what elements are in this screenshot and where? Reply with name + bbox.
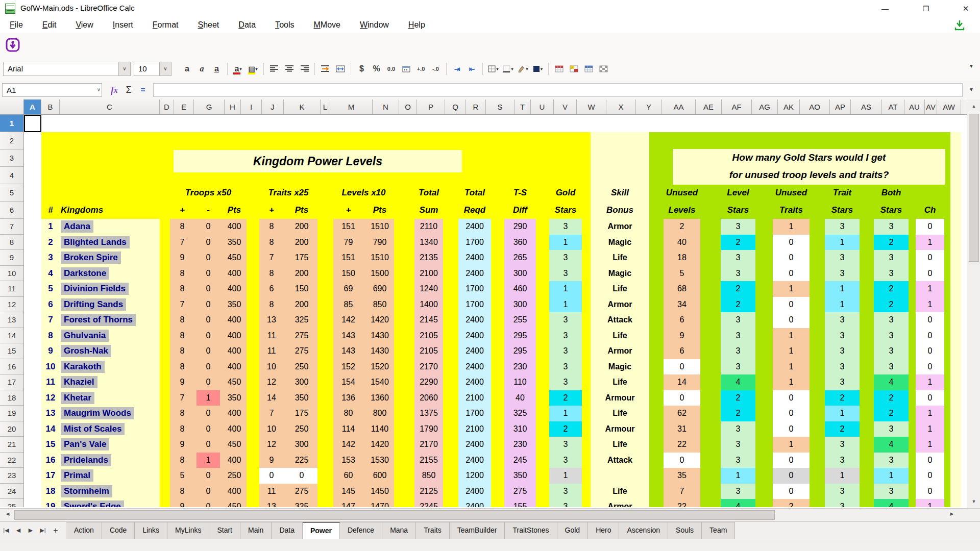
cell-jpt[interactable]: 350 bbox=[286, 390, 317, 406]
cell-jp[interactable]: 8 bbox=[259, 219, 284, 235]
cell-reqd[interactable]: 2400 bbox=[458, 484, 491, 499]
cell-reqd[interactable]: 2100 bbox=[458, 390, 491, 406]
cell-tm[interactable]: 0 bbox=[197, 437, 220, 453]
menu-data[interactable]: Data bbox=[229, 17, 265, 33]
cell-ut[interactable]: 0 bbox=[773, 421, 810, 437]
menu-window[interactable]: Window bbox=[350, 17, 399, 33]
menu-format[interactable]: Format bbox=[143, 17, 188, 33]
kingdom-name[interactable]: Primal bbox=[61, 469, 93, 482]
cell-tpt[interactable]: 350 bbox=[222, 390, 247, 406]
cell-reqd[interactable]: 1700 bbox=[458, 281, 491, 297]
cell-jp[interactable]: 11 bbox=[259, 328, 284, 344]
row-header-9[interactable]: 9 bbox=[0, 250, 23, 266]
cell-gold[interactable]: 3 bbox=[549, 328, 582, 344]
row-header-5[interactable]: 5 bbox=[0, 184, 23, 202]
cell-lpt[interactable]: 1510 bbox=[365, 250, 394, 266]
cell-diff[interactable]: 300 bbox=[504, 266, 536, 282]
cell-lpt[interactable]: 1540 bbox=[365, 374, 394, 390]
kingdom-name[interactable]: Pridelands bbox=[61, 454, 111, 466]
cell-tpt[interactable]: 450 bbox=[222, 250, 247, 266]
cell-tm[interactable]: 0 bbox=[197, 219, 220, 235]
cell-sum[interactable]: 2060 bbox=[414, 390, 443, 406]
cell-tpt[interactable]: 350 bbox=[222, 297, 247, 313]
cell-ls[interactable]: 2 bbox=[721, 390, 755, 406]
cell-tpt[interactable]: 250 bbox=[222, 468, 247, 484]
cell-tm[interactable]: 0 bbox=[197, 359, 220, 375]
name-box[interactable]: A1 ∨ bbox=[2, 83, 102, 97]
cell-diff[interactable]: 325 bbox=[504, 406, 536, 421]
date-icon[interactable] bbox=[399, 62, 413, 76]
cell-tp[interactable]: 8 bbox=[170, 484, 194, 499]
cell-lpt[interactable]: 600 bbox=[365, 468, 394, 484]
cell-ut[interactable]: 1 bbox=[773, 219, 810, 235]
cell-bs[interactable]: 2 bbox=[874, 281, 909, 297]
scroll-left-icon[interactable]: ◀ bbox=[1, 507, 14, 520]
table-blue-icon[interactable] bbox=[582, 62, 596, 76]
cell-tpt[interactable]: 450 bbox=[222, 499, 247, 507]
vertical-scrollbar[interactable]: ▲ ▼ bbox=[967, 99, 980, 508]
add-decimal-icon[interactable]: +.0 bbox=[414, 62, 428, 76]
last-sheet-icon[interactable]: ▶| bbox=[37, 527, 49, 534]
row-header-8[interactable]: 8 bbox=[0, 235, 23, 251]
cell-jpt[interactable]: 200 bbox=[286, 297, 317, 313]
cell-bs[interactable]: 3 bbox=[874, 453, 909, 468]
cell-tpt[interactable]: 400 bbox=[222, 343, 247, 359]
cell-lpt[interactable]: 850 bbox=[365, 297, 394, 313]
cell-lp[interactable]: 142 bbox=[333, 312, 363, 328]
cell-jpt[interactable]: 175 bbox=[286, 406, 317, 421]
cell-jp[interactable]: 11 bbox=[259, 343, 284, 359]
cell-ch[interactable]: 1 bbox=[916, 406, 944, 421]
cell-gold[interactable]: 1 bbox=[549, 297, 582, 313]
italic-icon[interactable]: a bbox=[195, 62, 209, 76]
cell-gold[interactable]: 2 bbox=[549, 390, 582, 406]
cell-ul[interactable]: 62 bbox=[664, 406, 700, 421]
column-header-b[interactable]: B bbox=[41, 99, 60, 114]
cell-reqd[interactable]: 2100 bbox=[458, 421, 491, 437]
kingdom-name[interactable]: Karakoth bbox=[61, 361, 105, 373]
cell-reqd[interactable]: 2400 bbox=[458, 266, 491, 282]
cell-tp[interactable]: 8 bbox=[170, 406, 194, 421]
sum-icon[interactable]: Σ bbox=[121, 85, 136, 95]
cell-ut[interactable]: 1 bbox=[773, 437, 810, 453]
cell-tm[interactable]: 0 bbox=[197, 312, 220, 328]
cell-ls[interactable]: 2 bbox=[721, 297, 755, 313]
cell-skill-bonus[interactable]: Life bbox=[591, 484, 649, 499]
cell-tpt[interactable]: 450 bbox=[222, 437, 247, 453]
cell-gold[interactable]: 3 bbox=[549, 437, 582, 453]
column-header-s[interactable]: S bbox=[486, 99, 514, 114]
cell-ch[interactable]: 0 bbox=[916, 343, 944, 359]
kingdom-name[interactable]: Blighted Lands bbox=[61, 236, 130, 248]
cell-jpt[interactable]: 200 bbox=[286, 235, 317, 251]
cell-gold[interactable]: 1 bbox=[549, 406, 582, 421]
column-header-w[interactable]: W bbox=[577, 99, 606, 114]
cell-bs[interactable]: 3 bbox=[874, 484, 909, 499]
sheet-tab-power[interactable]: Power bbox=[303, 522, 340, 539]
cell-reqd[interactable]: 2400 bbox=[458, 437, 491, 453]
column-header-ap[interactable]: AP bbox=[830, 99, 851, 114]
cell-jp[interactable]: 10 bbox=[259, 421, 284, 437]
row-header-20[interactable]: 20 bbox=[0, 421, 23, 437]
cell-lp[interactable]: 153 bbox=[333, 453, 363, 468]
cell-ch[interactable]: 0 bbox=[916, 453, 944, 468]
cell-reqd[interactable]: 2400 bbox=[458, 219, 491, 235]
align-center-icon[interactable] bbox=[282, 62, 296, 76]
cell-tm[interactable]: 0 bbox=[197, 281, 220, 297]
cell-ch[interactable]: 0 bbox=[916, 328, 944, 344]
cell-tpt[interactable]: 400 bbox=[222, 219, 247, 235]
cell-sum[interactable]: 2170 bbox=[414, 359, 443, 375]
row-header-1[interactable]: 1 bbox=[0, 115, 23, 132]
column-header-q[interactable]: Q bbox=[445, 99, 466, 114]
cell-reqd[interactable]: 1200 bbox=[458, 468, 491, 484]
cell-lp[interactable]: 80 bbox=[333, 406, 363, 421]
table-yellow-icon[interactable] bbox=[567, 62, 581, 76]
first-sheet-icon[interactable]: |◀ bbox=[0, 527, 12, 534]
cell-tp[interactable]: 8 bbox=[170, 453, 194, 468]
cell-ut[interactable]: 0 bbox=[773, 250, 810, 266]
cell-lp[interactable]: 154 bbox=[333, 374, 363, 390]
cell-tm[interactable]: 0 bbox=[197, 406, 220, 421]
cell-jp[interactable]: 7 bbox=[259, 250, 284, 266]
cell-tsr[interactable]: 3 bbox=[825, 499, 860, 507]
cell-reqd[interactable]: 2400 bbox=[458, 250, 491, 266]
cell-lpt[interactable]: 1430 bbox=[365, 328, 394, 344]
cell-sum[interactable]: 2155 bbox=[414, 453, 443, 468]
